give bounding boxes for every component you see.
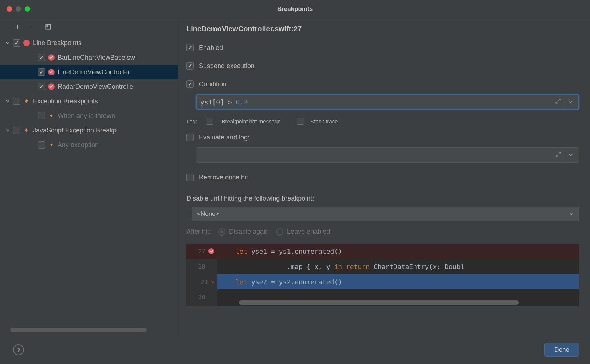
condition-index: [0] <box>212 98 224 106</box>
line-number: 29 <box>201 278 208 285</box>
gutter-line[interactable]: 28 <box>186 259 217 274</box>
dropdown-arrow-icon[interactable] <box>565 95 575 109</box>
chevron-down-icon[interactable] <box>5 128 10 133</box>
conditional-breakpoint-icon[interactable] <box>208 248 214 254</box>
expand-icon[interactable] <box>555 98 562 106</box>
tree-group-js-exception-breakpoints[interactable]: JavaScript Exception Breakp <box>0 123 178 138</box>
eval-label: Evaluate and log: <box>199 134 249 141</box>
enabled-label: Enabled <box>199 44 223 52</box>
exception-icon <box>48 112 55 119</box>
suspend-checkbox[interactable] <box>186 62 194 70</box>
gutter-line[interactable]: 27 <box>186 244 217 259</box>
add-breakpoint-button[interactable] <box>14 23 21 31</box>
code-line-current: let yse2 = ys2.enumerated() <box>217 274 579 289</box>
group-label: Line Breakpoints <box>33 39 82 47</box>
horizontal-scrollbar[interactable] <box>239 300 568 305</box>
editor-gutter: 27 28 29➔ 30 <box>186 244 217 306</box>
chevron-down-icon[interactable] <box>5 99 10 104</box>
chevron-down-icon <box>569 211 574 217</box>
done-button[interactable]: Done <box>544 343 579 357</box>
group-label: Exception Breakpoints <box>33 98 98 105</box>
item-label: Any exception <box>58 141 99 149</box>
after-disable-radio <box>218 228 225 236</box>
remove-breakpoint-button[interactable] <box>29 23 36 31</box>
item-checkbox[interactable] <box>38 112 45 119</box>
dialog-footer: ? Done <box>0 336 590 364</box>
chevron-down-icon[interactable] <box>5 40 10 46</box>
code-line: .map { x, y in return ChartDataEntry(x: … <box>217 259 579 274</box>
item-label: When any is thrown <box>58 112 115 120</box>
suspend-label: Suspend execution <box>199 62 255 70</box>
condition-label: Condition: <box>199 80 228 88</box>
eval-checkbox[interactable] <box>186 134 194 141</box>
exception-icon <box>23 98 30 104</box>
remove-once-label: Remove once hit <box>199 174 248 181</box>
item-label: BarLineChartViewBase.sw <box>58 54 135 62</box>
enabled-checkbox[interactable] <box>186 44 194 51</box>
group-by-button[interactable] <box>44 23 52 31</box>
eval-input[interactable] <box>196 147 579 163</box>
disable-until-label: Disable until hitting the following brea… <box>186 195 579 202</box>
gutter-line[interactable]: 30 <box>186 289 217 305</box>
breakpoints-dialog: Breakpoints <box>0 0 590 364</box>
line-number: 30 <box>198 294 205 301</box>
condition-id: ys1 <box>200 98 212 106</box>
execution-arrow-icon: ➔ <box>211 278 214 285</box>
item-checkbox[interactable] <box>38 141 45 149</box>
condition-checkbox[interactable] <box>186 80 194 88</box>
item-checkbox[interactable] <box>38 68 45 76</box>
dropdown-arrow-icon[interactable] <box>565 148 576 162</box>
after-disable-label: Disable again <box>229 228 269 236</box>
item-checkbox[interactable] <box>38 54 45 61</box>
group-label: JavaScript Exception Breakp <box>33 127 117 134</box>
log-stack-checkbox[interactable] <box>297 118 304 125</box>
after-leave-radio <box>276 228 283 236</box>
group-checkbox[interactable] <box>13 39 20 47</box>
conditional-breakpoint-icon <box>48 83 55 90</box>
group-checkbox[interactable] <box>13 127 20 134</box>
exception-icon <box>48 142 55 148</box>
expand-icon[interactable] <box>555 151 563 159</box>
breakpoint-detail-panel: LineDemoViewController.swift:27 Enabled … <box>178 18 590 336</box>
group-checkbox[interactable] <box>13 98 20 105</box>
list-toolbar <box>0 18 178 36</box>
breakpoint-list-panel: Line Breakpoints BarLineChartViewBase.sw… <box>0 18 178 336</box>
dropdown-value: <None> <box>197 210 219 218</box>
exception-icon <box>23 127 30 134</box>
conditional-breakpoint-icon <box>48 69 55 75</box>
after-hit-label: After hit: <box>186 228 211 236</box>
svg-rect-1 <box>47 25 49 28</box>
item-checkbox[interactable] <box>38 83 45 90</box>
condition-rhs: 0.2 <box>236 98 248 106</box>
help-button[interactable]: ? <box>13 344 24 355</box>
tree-item-selected[interactable]: LineDemoViewController. <box>0 65 178 79</box>
gutter-line[interactable]: 29➔ <box>186 274 217 289</box>
detail-title: LineDemoViewController.swift:27 <box>186 25 579 33</box>
item-label: RadarDemoViewControlle <box>58 83 133 91</box>
disable-until-dropdown[interactable]: <None> <box>192 207 579 221</box>
remove-once-checkbox[interactable] <box>186 174 194 181</box>
tree-item[interactable]: When any is thrown <box>0 108 178 123</box>
breakpoint-icon <box>23 40 30 46</box>
breakpoint-tree[interactable]: Line Breakpoints BarLineChartViewBase.sw… <box>0 36 178 336</box>
code-preview: 27 28 29➔ 30 let yse1 = ys1.enumerated()… <box>186 244 579 306</box>
after-leave-label: Leave enabled <box>287 228 330 236</box>
tree-item[interactable]: BarLineChartViewBase.sw <box>0 50 178 65</box>
tree-item[interactable]: RadarDemoViewControlle <box>0 79 178 94</box>
condition-input[interactable]: ys1[0] > 0.2 <box>196 94 579 110</box>
code-line: let yse1 = ys1.enumerated() <box>217 244 579 259</box>
titlebar: Breakpoints <box>0 0 590 18</box>
log-bphit-label: "Breakpoint hit" message <box>220 118 280 124</box>
log-label: Log: <box>186 118 197 124</box>
log-stack-label: Stack trace <box>311 118 338 124</box>
tree-group-exception-breakpoints[interactable]: Exception Breakpoints <box>0 94 178 108</box>
condition-op: > <box>224 98 236 106</box>
window-title: Breakpoints <box>0 5 590 13</box>
line-number: 28 <box>198 263 205 270</box>
horizontal-scrollbar[interactable] <box>10 328 171 332</box>
code-area[interactable]: let yse1 = ys1.enumerated() .map { x, y … <box>217 244 579 306</box>
tree-item[interactable]: Any exception <box>0 138 178 152</box>
log-bphit-checkbox[interactable] <box>206 118 213 125</box>
tree-group-line-breakpoints[interactable]: Line Breakpoints <box>0 36 178 50</box>
conditional-breakpoint-icon <box>48 54 55 61</box>
